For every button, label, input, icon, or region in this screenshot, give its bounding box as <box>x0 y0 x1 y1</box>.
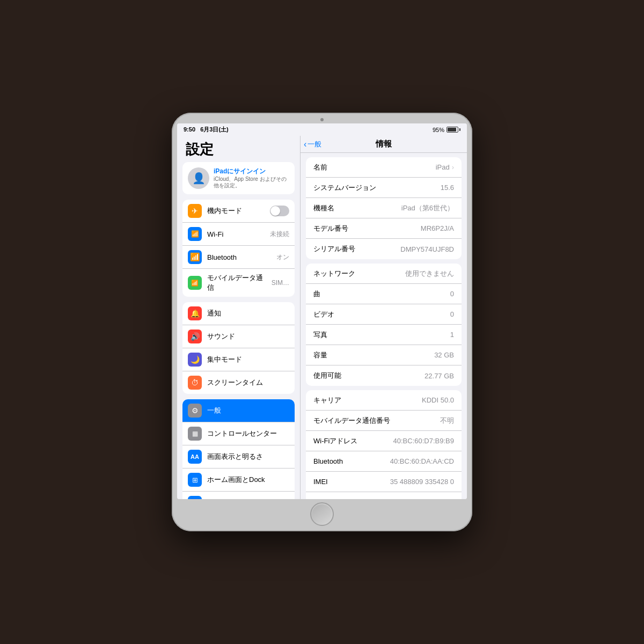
sidebar-item-bluetooth[interactable]: 📶 Bluetooth オン <box>182 246 295 269</box>
row-value-videos: 0 <box>450 310 454 318</box>
detail-row-bluetooth-address: Bluetooth 40:BC:60:DA:AA:CD <box>306 451 462 472</box>
back-label: 一般 <box>308 140 321 149</box>
row-value-model-name: iPad（第6世代） <box>401 203 454 213</box>
sidebar-item-wifi[interactable]: 📶 Wi-Fi 未接続 <box>182 223 295 246</box>
homescreen-icon: ⊞ <box>188 473 202 487</box>
status-right: 95% <box>433 127 460 133</box>
back-chevron-icon: ‹ <box>304 140 306 149</box>
detail-row-network: ネットワーク 使用できません <box>306 264 462 284</box>
sound-label: サウンド <box>207 332 289 341</box>
row-label-serial: シリアル番号 <box>313 244 355 254</box>
detail-row-videos: ビデオ 0 <box>306 304 462 325</box>
battery-icon <box>447 127 460 133</box>
sign-in-label: iPadにサインイン <box>214 167 289 176</box>
detail-row-meid: MEID 35488809335428 <box>306 492 462 499</box>
row-value-capacity: 32 GB <box>434 351 454 359</box>
row-label-meid: MEID <box>313 498 331 499</box>
detail-row-model-num: モデル番号 MR6P2J/A <box>306 218 462 239</box>
misc-settings-group: ⚙ 一般 ▦ コントロールセンター AA 画面表示と明るさ ⊞ ホーム画面とDo… <box>182 399 295 499</box>
control-icon: ▦ <box>188 427 202 441</box>
status-bar: 9:50 6月3日(土) 95% <box>177 123 467 136</box>
sidebar-item-screentime[interactable]: ⏱ スクリーンタイム <box>182 371 295 394</box>
status-time: 9:50 <box>184 126 195 133</box>
row-value-name: iPad › <box>436 163 454 171</box>
row-label-model-num: モデル番号 <box>313 224 348 233</box>
battery-percent: 95% <box>433 127 444 133</box>
focus-label: 集中モード <box>207 355 289 364</box>
row-label-bluetooth-address: Bluetooth <box>313 457 343 465</box>
avatar: 👤 <box>188 167 209 189</box>
sidebar-item-mobile[interactable]: 📶 モバイルデータ通信 SIM… <box>182 269 295 297</box>
airplane-toggle[interactable] <box>270 206 289 216</box>
detail-row-model-name: 機種名 iPad（第6世代） <box>306 198 462 218</box>
detail-title: 情報 <box>376 139 392 149</box>
battery-tip <box>459 128 460 131</box>
row-value-serial: DMPY574UJF8D <box>400 245 454 253</box>
sound-icon: 🔊 <box>188 330 202 343</box>
detail-panel: ‹ 一般 情報 名前 iPad › システムバージョン <box>301 136 467 499</box>
detail-nav: ‹ 一般 情報 <box>301 136 467 153</box>
profile-section[interactable]: 👤 iPadにサインイン iCloud、App Store およびその他を設定。 <box>182 162 295 194</box>
back-button[interactable]: ‹ 一般 <box>304 140 321 149</box>
row-value-imei: 35 488809 335428 0 <box>390 478 454 486</box>
detail-row-imei: IMEI 35 488809 335428 0 <box>306 472 462 492</box>
detail-row-serial: シリアル番号 DMPY574UJF8D <box>306 239 462 259</box>
accessibility-label: アクセシビリティ <box>207 498 289 499</box>
detail-row-photos: 写真 1 <box>306 325 462 345</box>
detail-row-songs: 曲 0 <box>306 284 462 304</box>
row-label-songs: 曲 <box>313 289 320 299</box>
detail-row-name[interactable]: 名前 iPad › <box>306 157 462 178</box>
sidebar-item-display[interactable]: AA 画面表示と明るさ <box>182 445 295 469</box>
sidebar-item-control[interactable]: ▦ コントロールセンター <box>182 422 295 445</box>
detail-row-mobile-number: モバイルデータ通信番号 不明 <box>306 411 462 431</box>
detail-group-storage: ネットワーク 使用できません 曲 0 ビデオ 0 <box>306 264 462 386</box>
sidebar: 設定 👤 iPadにサインイン iCloud、App Store およびその他を… <box>177 136 301 499</box>
sidebar-title: 設定 <box>177 136 300 162</box>
sign-in-sub: iCloud、App Store およびその他を設定。 <box>214 176 289 189</box>
detail-row-carrier: キャリア KDDI 50.0 <box>306 390 462 411</box>
airplane-icon: ✈ <box>188 204 202 218</box>
row-value-songs: 0 <box>450 290 454 298</box>
airplane-label: 機内モード <box>207 206 265 216</box>
accessibility-icon: ♿ <box>188 496 202 499</box>
sidebar-item-homescreen[interactable]: ⊞ ホーム画面とDock <box>182 469 295 492</box>
row-value-photos: 1 <box>450 331 454 339</box>
detail-row-version: システムバージョン 15.6 <box>306 178 462 198</box>
row-label-carrier: キャリア <box>313 396 341 405</box>
sidebar-item-notification[interactable]: 🔔 通知 <box>182 302 295 325</box>
display-icon: AA <box>188 450 202 464</box>
bluetooth-label: Bluetooth <box>207 253 271 261</box>
ipad-screen: 9:50 6月3日(土) 95% 設定 � <box>177 123 467 499</box>
chevron-right-icon: › <box>452 163 454 171</box>
sidebar-item-accessibility[interactable]: ♿ アクセシビリティ <box>182 492 295 499</box>
row-label-videos: ビデオ <box>313 310 334 319</box>
detail-row-wifi-address: Wi-Fiアドレス 40:BC:60:D7:B9:B9 <box>306 431 462 451</box>
system-settings-group: 🔔 通知 🔊 サウンド 🌙 集中モード ⏱ スクリーンタイム <box>182 302 295 394</box>
row-value-version: 15.6 <box>441 184 454 192</box>
sidebar-item-sound[interactable]: 🔊 サウンド <box>182 325 295 348</box>
notification-icon: 🔔 <box>188 306 202 320</box>
mobile-label: モバイルデータ通信 <box>207 273 266 292</box>
battery-fill <box>448 128 456 131</box>
battery-body <box>447 127 458 133</box>
wifi-label: Wi-Fi <box>207 230 265 238</box>
home-button[interactable] <box>310 502 334 526</box>
mobile-value: SIM… <box>272 279 289 287</box>
sidebar-item-focus[interactable]: 🌙 集中モード <box>182 348 295 371</box>
row-label-mobile-number: モバイルデータ通信番号 <box>313 416 390 426</box>
row-label-imei: IMEI <box>313 478 328 486</box>
profile-text: iPadにサインイン iCloud、App Store およびその他を設定。 <box>214 167 289 189</box>
homescreen-label: ホーム画面とDock <box>207 475 289 485</box>
row-label-available: 使用可能 <box>313 371 341 380</box>
row-label-capacity: 容量 <box>313 350 327 360</box>
row-value-model-num: MR6P2J/A <box>421 224 454 232</box>
screentime-label: スクリーンタイム <box>207 378 289 387</box>
bluetooth-icon: 📶 <box>188 250 202 264</box>
sidebar-item-airplane[interactable]: ✈ 機内モード <box>182 200 295 223</box>
sidebar-item-general[interactable]: ⚙ 一般 <box>182 399 295 422</box>
row-value-carrier: KDDI 50.0 <box>422 396 454 404</box>
general-icon: ⚙ <box>188 404 202 418</box>
row-label-model-name: 機種名 <box>313 203 334 213</box>
row-label-name: 名前 <box>313 163 327 172</box>
wifi-value: 未接続 <box>270 230 289 239</box>
